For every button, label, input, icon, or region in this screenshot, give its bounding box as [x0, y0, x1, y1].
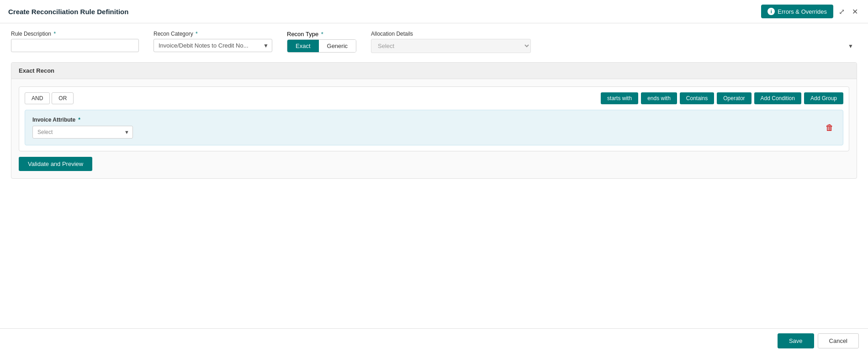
modal: Create Reconciliation Rule Definition i … — [0, 0, 868, 353]
validate-preview-button[interactable]: Validate and Preview — [19, 157, 92, 171]
exact-recon-section: Exact Recon AND OR starts with ends with… — [11, 62, 857, 179]
condition-required-star: * — [78, 117, 80, 123]
allocation-details-select[interactable]: Select — [371, 39, 531, 53]
add-group-button[interactable]: Add Group — [804, 92, 843, 104]
rule-description-input[interactable] — [11, 39, 139, 52]
logic-buttons: AND OR — [25, 92, 74, 104]
or-button[interactable]: OR — [52, 92, 74, 104]
contains-button[interactable]: Contains — [680, 92, 714, 104]
recon-category-group: Recon Category * Invoice/Debit Notes to … — [153, 31, 272, 52]
save-button[interactable]: Save — [778, 333, 814, 348]
invoice-attribute-select[interactable]: Select — [32, 126, 133, 139]
condition-actions: starts with ends with Contains Operator … — [601, 92, 843, 104]
condition-row: Invoice Attribute * Select ▼ 🗑 — [25, 110, 843, 145]
cancel-button[interactable]: Cancel — [818, 333, 859, 348]
required-star: * — [53, 31, 56, 37]
modal-footer: Save Cancel — [0, 328, 868, 353]
form-row: Rule Description * Recon Category * Invo… — [11, 31, 857, 53]
required-star-2: * — [196, 31, 198, 37]
modal-body: Rule Description * Recon Category * Invo… — [0, 23, 868, 328]
close-icon: ✕ — [852, 7, 858, 16]
minimize-icon: ⤢ — [839, 7, 845, 16]
recon-category-select[interactable]: Invoice/Debit Notes to Credit No... — [153, 39, 272, 52]
condition-container: AND OR starts with ends with Contains Op… — [19, 86, 849, 151]
modal-title: Create Reconciliation Rule Definition — [8, 8, 128, 16]
recon-type-buttons: Exact Generic — [287, 39, 356, 53]
required-star-3: * — [321, 31, 323, 37]
recon-category-label: Recon Category * — [153, 31, 272, 37]
condition-toolbar: AND OR starts with ends with Contains Op… — [25, 92, 843, 104]
modal-header: Create Reconciliation Rule Definition i … — [0, 0, 868, 23]
minimize-button[interactable]: ⤢ — [837, 5, 847, 18]
condition-row-left: Invoice Attribute * Select ▼ — [32, 117, 133, 139]
section-title: Exact Recon — [11, 63, 857, 79]
errors-overrides-button[interactable]: i Errors & Overrides — [761, 5, 833, 18]
invoice-attribute-label: Invoice Attribute * — [32, 117, 133, 123]
header-actions: i Errors & Overrides ⤢ ✕ — [761, 5, 860, 18]
add-condition-button[interactable]: Add Condition — [754, 92, 801, 104]
allocation-details-group: Allocation Details Select ▼ — [371, 31, 857, 53]
delete-condition-button[interactable]: 🗑 — [824, 123, 836, 133]
allocation-chevron-icon: ▼ — [848, 43, 853, 49]
rule-description-label: Rule Description * — [11, 31, 139, 37]
recon-category-wrapper: Invoice/Debit Notes to Credit No... ▼ — [153, 39, 272, 52]
errors-button-label: Errors & Overrides — [778, 8, 827, 15]
generic-button[interactable]: Generic — [319, 40, 356, 52]
recon-type-group: Recon Type * Exact Generic — [287, 31, 356, 53]
ends-with-button[interactable]: ends with — [641, 92, 677, 104]
close-button[interactable]: ✕ — [850, 5, 860, 18]
info-icon: i — [767, 8, 775, 15]
starts-with-button[interactable]: starts with — [601, 92, 638, 104]
allocation-select-wrapper: Select ▼ — [371, 39, 857, 53]
section-body: AND OR starts with ends with Contains Op… — [11, 79, 857, 178]
allocation-details-label: Allocation Details — [371, 31, 857, 37]
condition-select-wrapper: Select ▼ — [32, 126, 133, 139]
trash-icon: 🗑 — [826, 123, 834, 132]
operator-button[interactable]: Operator — [717, 92, 751, 104]
and-button[interactable]: AND — [25, 92, 50, 104]
recon-type-label: Recon Type * — [287, 31, 356, 37]
rule-description-group: Rule Description * — [11, 31, 139, 52]
exact-button[interactable]: Exact — [287, 40, 319, 52]
